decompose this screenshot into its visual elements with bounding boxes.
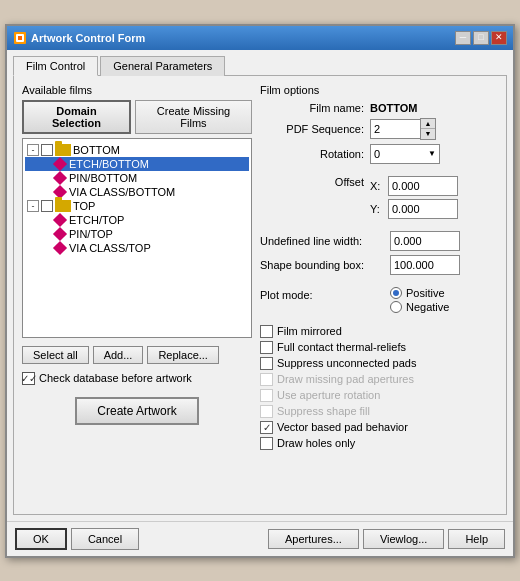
undefined-line-width-label: Undefined line width: [260, 235, 390, 247]
domain-selection-button[interactable]: Domain Selection [22, 100, 131, 134]
minimize-button[interactable]: ─ [455, 31, 471, 45]
window-title: Artwork Control Form [31, 32, 145, 44]
pdf-sequence-up-button[interactable]: ▲ [421, 119, 435, 129]
tree-label-pin-top: PIN/TOP [69, 228, 113, 240]
folder-bottom-icon [55, 144, 71, 156]
tab-film-control[interactable]: Film Control [13, 56, 98, 76]
checkbox-draw-missing: Draw missing pad apertures [260, 373, 498, 386]
tree-item-pin-bottom[interactable]: PIN/BOTTOM [25, 171, 249, 185]
viewlog-button[interactable]: Viewlog... [363, 529, 445, 549]
artwork-icon [13, 31, 27, 45]
checkbox-bottom-group[interactable] [41, 144, 53, 156]
undefined-line-width-row: Undefined line width: [260, 231, 498, 251]
maximize-button[interactable]: □ [473, 31, 489, 45]
create-artwork-button[interactable]: Create Artwork [75, 397, 198, 425]
plot-mode-negative-radio[interactable] [390, 301, 402, 313]
film-name-label: Film name: [260, 102, 370, 114]
checkbox-vector-based[interactable]: Vector based pad behavior [260, 421, 498, 434]
rotation-select[interactable]: 0 ▼ [370, 144, 440, 164]
suppress-shape-label: Suppress shape fill [277, 405, 370, 417]
checkbox-film-mirrored[interactable]: Film mirrored [260, 325, 498, 338]
plot-mode-positive-label: Positive [406, 287, 445, 299]
suppress-unconnected-checkbox[interactable] [260, 357, 273, 370]
draw-holes-checkbox[interactable] [260, 437, 273, 450]
expand-top-icon[interactable]: - [27, 200, 39, 212]
cancel-button[interactable]: Cancel [71, 528, 139, 550]
offset-y-input[interactable] [388, 199, 458, 219]
draw-missing-label: Draw missing pad apertures [277, 373, 414, 385]
vector-based-label: Vector based pad behavior [277, 421, 408, 433]
ok-button[interactable]: OK [15, 528, 67, 550]
rotation-dropdown-arrow-icon: ▼ [428, 149, 436, 158]
pdf-sequence-spinner[interactable]: ▲ ▼ [370, 118, 436, 140]
folder-top-icon [55, 200, 71, 212]
tree-item-bottom-group[interactable]: - BOTTOM [25, 143, 249, 157]
vector-based-checkbox[interactable] [260, 421, 273, 434]
rotation-label: Rotation: [260, 148, 370, 160]
film-mirrored-label: Film mirrored [277, 325, 342, 337]
offset-x-input[interactable] [388, 176, 458, 196]
tree-item-top-group[interactable]: - TOP [25, 199, 249, 213]
select-all-button[interactable]: Select all [22, 346, 89, 364]
apertures-button[interactable]: Apertures... [268, 529, 359, 549]
pdf-sequence-label: PDF Sequence: [260, 123, 370, 135]
title-buttons: ─ □ ✕ [455, 31, 507, 45]
help-button[interactable]: Help [448, 529, 505, 549]
close-button[interactable]: ✕ [491, 31, 507, 45]
window-body: Film Control General Parameters Availabl… [7, 50, 513, 521]
suppress-unconnected-label: Suppress unconnected pads [277, 357, 416, 369]
right-panel: Film options Film name: BOTTOM PDF Seque… [260, 84, 498, 506]
pdf-sequence-spin-buttons: ▲ ▼ [420, 118, 436, 140]
plot-mode-radio-group: Positive Negative [390, 287, 449, 313]
expand-bottom-icon[interactable]: - [27, 144, 39, 156]
diamond-pin-bottom-icon [53, 170, 67, 184]
plot-mode-positive-radio[interactable] [390, 287, 402, 299]
diamond-etch-bottom-icon [53, 156, 67, 170]
plot-mode-negative-row[interactable]: Negative [390, 301, 449, 313]
diamond-etch-top-icon [53, 212, 67, 226]
tab-content: Available films Domain Selection Create … [13, 75, 507, 515]
check-database-checkbox[interactable]: ✓ [22, 372, 35, 385]
undefined-line-width-input[interactable] [390, 231, 460, 251]
film-mirrored-checkbox[interactable] [260, 325, 273, 338]
tree-item-etch-bottom[interactable]: ETCH/BOTTOM [25, 157, 249, 171]
film-name-row: Film name: BOTTOM [260, 102, 498, 114]
replace-button[interactable]: Replace... [147, 346, 219, 364]
bottom-controls: Select all Add... Replace... [22, 346, 252, 364]
title-bar: Artwork Control Form ─ □ ✕ [7, 26, 513, 50]
tree-item-pin-top[interactable]: PIN/TOP [25, 227, 249, 241]
tree-item-etch-top[interactable]: ETCH/TOP [25, 213, 249, 227]
tab-general-parameters[interactable]: General Parameters [100, 56, 225, 76]
plot-mode-positive-row[interactable]: Positive [390, 287, 449, 299]
tree-label-etch-top: ETCH/TOP [69, 214, 124, 226]
film-tree[interactable]: - BOTTOM ETCH/BOTTOM [22, 138, 252, 338]
diamond-via-top-icon [53, 240, 67, 254]
rotation-row: Rotation: 0 ▼ [260, 144, 498, 164]
shape-bounding-box-row: Shape bounding box: [260, 255, 498, 275]
pdf-sequence-row: PDF Sequence: ▲ ▼ [260, 118, 498, 140]
checkbox-full-contact[interactable]: Full contact thermal-reliefs [260, 341, 498, 354]
plot-mode-row: Plot mode: Positive Negative [260, 287, 498, 313]
tree-label-etch-bottom: ETCH/BOTTOM [69, 158, 149, 170]
add-button[interactable]: Add... [93, 346, 144, 364]
tree-item-via-top[interactable]: VIA CLASS/TOP [25, 241, 249, 255]
main-window: Artwork Control Form ─ □ ✕ Film Control … [5, 24, 515, 558]
left-panel: Available films Domain Selection Create … [22, 84, 252, 506]
checkbox-top-group[interactable] [41, 200, 53, 212]
pdf-sequence-input[interactable] [370, 119, 420, 139]
footer-left: OK Cancel [15, 528, 139, 550]
checkbox-use-aperture: Use aperture rotation [260, 389, 498, 402]
full-contact-label: Full contact thermal-reliefs [277, 341, 406, 353]
pdf-sequence-down-button[interactable]: ▼ [421, 129, 435, 139]
shape-bounding-box-input[interactable] [390, 255, 460, 275]
checkbox-draw-holes[interactable]: Draw holes only [260, 437, 498, 450]
diamond-pin-top-icon [53, 226, 67, 240]
film-name-value: BOTTOM [370, 102, 417, 114]
full-contact-checkbox[interactable] [260, 341, 273, 354]
offset-y-row: Y: [370, 199, 458, 219]
offset-section: Offset X: Y: [260, 176, 498, 219]
checkbox-suppress-unconnected[interactable]: Suppress unconnected pads [260, 357, 498, 370]
tree-label-via-bottom: VIA CLASS/BOTTOM [69, 186, 175, 198]
check-database-row: ✓ Check database before artwork [22, 372, 252, 385]
create-missing-films-button[interactable]: Create Missing Films [135, 100, 252, 134]
